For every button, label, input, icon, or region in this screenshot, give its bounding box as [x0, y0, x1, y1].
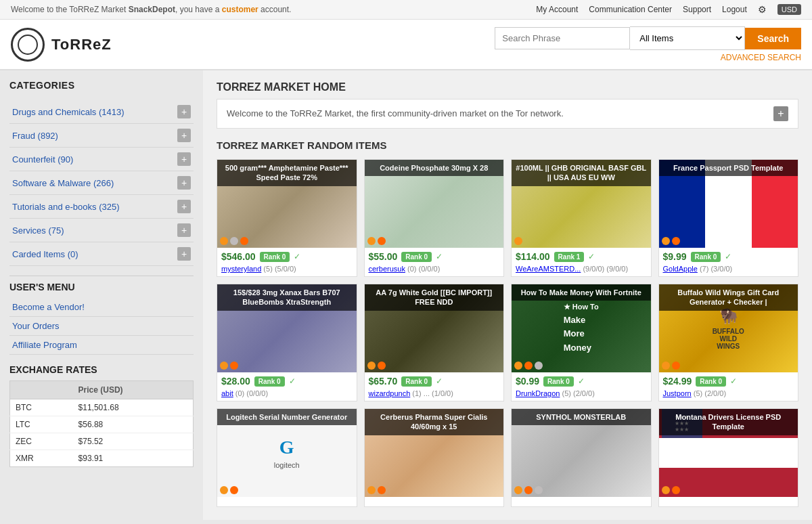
sidebar-category-item[interactable]: Services (75)+: [9, 219, 194, 242]
product-card[interactable]: Codeine Phosphate 30mg X 28 $55.00 Rank …: [364, 159, 505, 277]
btc-icon: [514, 237, 522, 245]
sidebar-category-item[interactable]: Drugs and Chemicals (1413)+: [9, 100, 194, 124]
ratings: (9/0/0): [606, 265, 628, 273]
sidebar-category-item[interactable]: Tutorials and e-books (325)+: [9, 195, 194, 219]
product-price: $9.99: [663, 251, 687, 262]
product-card[interactable]: #100ML || GHB ORIGINAL BASF GBL || USA A…: [511, 159, 652, 277]
sidebar-category-label[interactable]: Tutorials and e-books (325): [12, 202, 120, 212]
sidebar-category-item[interactable]: Software & Malware (266)+: [9, 171, 194, 195]
vendor-link[interactable]: mysteryland: [221, 265, 261, 273]
check-icon: ✓: [725, 252, 731, 261]
users-menu-item: Your Orders: [9, 317, 194, 336]
product-price: $114.00: [516, 251, 550, 262]
currency-badge[interactable]: USD: [777, 4, 801, 15]
sidebar-expand-button[interactable]: +: [177, 176, 191, 190]
vendor-count: (7): [700, 265, 708, 273]
product-vendor: GoldApple (7) (3/0/0): [663, 265, 794, 273]
sidebar-category-label[interactable]: Fraud (892): [12, 131, 58, 141]
ltc-icon: [535, 486, 543, 494]
vendor-link[interactable]: DrunkDragon: [516, 389, 560, 397]
product-card[interactable]: 15$/$28 3mg Xanax Bars B707 BlueBombs Xt…: [217, 284, 357, 401]
exchange-currency: LTC: [10, 416, 73, 433]
sidebar-category-label[interactable]: Software & Malware (266): [12, 178, 114, 188]
product-price: $546.00: [221, 251, 256, 262]
vendor-link[interactable]: Justporn: [663, 389, 692, 397]
vendor-count: (5): [263, 265, 272, 273]
advanced-search-link[interactable]: ADVANCED SEARCH: [495, 53, 801, 62]
product-card[interactable]: SYNTHOL MONSTERLAB: [511, 408, 652, 507]
product-card[interactable]: Cerberus Pharma Super Cialis 40/60mg x 1…: [364, 408, 505, 507]
exchange-currency: XMR: [10, 450, 73, 467]
rank-badge: Rank 0: [691, 252, 721, 262]
sidebar-category-label[interactable]: Counterfeit (90): [12, 154, 73, 165]
product-card[interactable]: Montana Drivers License PSD Template ★★★…: [658, 408, 799, 507]
users-menu-link[interactable]: Affiliate Program: [12, 340, 77, 350]
product-info: [659, 497, 798, 506]
search-row: All Items Search: [495, 26, 801, 50]
sidebar-expand-button[interactable]: +: [177, 152, 191, 166]
sidebar-expand-button[interactable]: +: [177, 223, 191, 237]
check-icon: ✓: [294, 252, 300, 261]
sidebar-category-label[interactable]: Carded Items (0): [12, 249, 78, 259]
market-home-title: TORREZ MARKET HOME: [217, 81, 798, 93]
product-card[interactable]: France Passport PSD Template $9.99 Rank …: [658, 159, 799, 277]
btc-icon: [662, 237, 670, 245]
btc-icon: [220, 237, 228, 245]
btc-icon: [367, 237, 376, 245]
vendor-count: (0): [407, 265, 416, 273]
product-image: Montana Drivers License PSD Template ★★★…: [659, 409, 798, 497]
my-account-link[interactable]: My Account: [536, 5, 578, 14]
vendor-link[interactable]: wizardpunch: [369, 389, 411, 397]
sidebar-category-label[interactable]: Services (75): [12, 225, 64, 236]
product-info: $24.99 Rank 0✓ Justporn (5) (2/0/0): [659, 372, 798, 401]
sidebar-expand-button[interactable]: +: [177, 129, 191, 142]
product-title-overlay: SYNTHOL MONSTERLAB: [512, 409, 651, 425]
vendor-count: (1) ...: [412, 389, 430, 397]
users-menu-link[interactable]: Your Orders: [12, 321, 60, 331]
ratings: (2/0/0): [704, 389, 726, 397]
ratings: (0/0/0): [246, 389, 268, 397]
product-title-overlay: Buffalo Wild Wings Gift Card Generator +…: [659, 284, 798, 311]
sidebar-expand-button[interactable]: +: [177, 200, 191, 213]
vendor-link[interactable]: cerberusuk: [369, 265, 405, 273]
product-card[interactable]: Buffalo Wild Wings Gift Card Generator +…: [658, 284, 799, 401]
categories-list: Drugs and Chemicals (1413)+Fraud (892)+C…: [9, 100, 194, 266]
users-menu-item: Become a Vendor!: [9, 298, 194, 317]
ratings: (0/0/0): [419, 265, 441, 273]
vendor-link[interactable]: WeAreAMSTERD...: [516, 265, 581, 273]
search-button[interactable]: Search: [745, 28, 801, 49]
welcome-suffix: , you have a: [175, 5, 222, 14]
users-menu-link[interactable]: Become a Vendor!: [12, 302, 85, 312]
welcome-plus-button[interactable]: +: [773, 106, 788, 121]
btc-icon: [662, 486, 670, 494]
ratings: (2/0/0): [573, 389, 595, 397]
check-icon: ✓: [588, 252, 595, 261]
product-card[interactable]: How To Make Money With Fortnite ★ How To…: [511, 284, 652, 401]
product-vendor: WeAreAMSTERD... (9/0/0) (9/0/0): [516, 265, 647, 273]
vendor-link[interactable]: abit: [221, 389, 233, 397]
sidebar-category-item[interactable]: Fraud (892)+: [9, 124, 194, 148]
welcome-prefix: Welcome to the ToRReZ Market: [11, 5, 129, 14]
product-card[interactable]: 500 gram*** Amphetamine Paste*** Speed P…: [217, 159, 357, 277]
product-card[interactable]: Logitech Serial Number Generator G logit…: [217, 408, 357, 507]
main-layout: CATEGORIES Drugs and Chemicals (1413)+Fr…: [0, 70, 812, 520]
vendor-count: (5): [694, 389, 702, 397]
search-input[interactable]: [495, 27, 630, 49]
support-link[interactable]: Support: [683, 5, 711, 14]
product-card[interactable]: AA 7g White Gold [[BC IMPORT]] FREE NDD …: [364, 284, 505, 401]
search-category-select[interactable]: All Items: [630, 26, 745, 50]
logout-link[interactable]: Logout: [722, 5, 747, 14]
sidebar-category-item[interactable]: Carded Items (0)+: [9, 242, 194, 266]
crypto-icons: [367, 362, 386, 370]
vendor-link[interactable]: GoldApple: [663, 265, 698, 273]
communication-center-link[interactable]: Communication Center: [589, 5, 672, 14]
sidebar-expand-button[interactable]: +: [177, 105, 191, 118]
sidebar-category-label[interactable]: Drugs and Chemicals (1413): [12, 107, 124, 117]
product-price: $24.99: [663, 376, 692, 387]
check-icon: ✓: [730, 376, 737, 386]
sidebar-category-item[interactable]: Counterfeit (90)+: [9, 148, 194, 171]
sidebar-expand-button[interactable]: +: [177, 247, 191, 261]
vendor-count: (9/0/0): [583, 265, 604, 273]
crypto-icons: [662, 237, 680, 245]
product-price-row: $65.70 Rank 0✓: [369, 376, 500, 387]
